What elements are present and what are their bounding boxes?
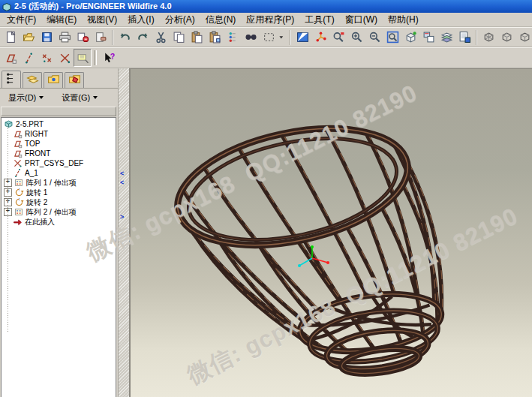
find-icon[interactable] bbox=[242, 29, 260, 47]
select-box-icon[interactable] bbox=[260, 29, 278, 47]
datum-csys-icon[interactable] bbox=[56, 49, 74, 67]
copy-icon[interactable] bbox=[170, 29, 188, 47]
zoom-in-icon[interactable] bbox=[347, 29, 365, 47]
menu-edit[interactable]: 编辑(E) bbox=[41, 13, 82, 27]
tree-column-header bbox=[1, 107, 116, 116]
model-tree-tab[interactable] bbox=[2, 71, 21, 88]
folder-browser-icon bbox=[47, 73, 60, 89]
repaint-icon[interactable] bbox=[293, 29, 311, 47]
refit-zoom-icon[interactable] bbox=[383, 29, 401, 47]
display-dropdown-label: 显示(D) bbox=[8, 92, 36, 104]
model-tree-icon bbox=[5, 72, 18, 88]
datum-axis-icon[interactable] bbox=[20, 49, 38, 67]
menu-view[interactable]: 视图(V) bbox=[82, 13, 122, 27]
menu-file[interactable]: 文件(F) bbox=[2, 13, 41, 27]
paste-icon[interactable] bbox=[188, 29, 206, 47]
layers-icon[interactable] bbox=[437, 29, 455, 47]
undo-icon[interactable] bbox=[116, 29, 134, 47]
wireframe-icon[interactable] bbox=[479, 29, 497, 47]
proe-window: 2-5 (活动的) - Pro/ENGINEER Wildfire 4.0 文件… bbox=[0, 0, 532, 397]
toolbar-separator bbox=[94, 50, 97, 65]
menu-window[interactable]: 窗口(W) bbox=[340, 13, 383, 27]
toolbar-separator bbox=[290, 30, 291, 45]
tree-toolbar: 显示(D) 设置(G) bbox=[0, 89, 118, 105]
sash-collapse-icon[interactable]: < bbox=[120, 179, 124, 185]
folder-browser-tab[interactable] bbox=[44, 72, 63, 88]
zoom-out-icon[interactable] bbox=[365, 29, 383, 47]
menu-help[interactable]: 帮助(H) bbox=[383, 13, 424, 27]
settings-dropdown-label: 设置(G) bbox=[62, 92, 90, 104]
datum-plane-icon[interactable] bbox=[2, 49, 20, 67]
reorient-view-icon[interactable] bbox=[401, 29, 419, 47]
datum-toolbar: ? bbox=[0, 47, 532, 68]
menu-analysis[interactable]: 分析(A) bbox=[160, 13, 200, 27]
menu-bar: 文件(F) 编辑(E) 视图(V) 插入(I) 分析(A) 信息(N) 应用程序… bbox=[0, 13, 532, 27]
context-help-icon[interactable]: ? bbox=[99, 49, 117, 67]
hidden-line-icon[interactable] bbox=[497, 29, 515, 47]
sash-collapse-icon[interactable]: < bbox=[120, 170, 124, 176]
favorites-tab[interactable] bbox=[65, 72, 84, 88]
print-icon[interactable] bbox=[56, 29, 74, 47]
toolbar-separator bbox=[476, 30, 477, 45]
navigator-sash[interactable]: < < > bbox=[118, 68, 130, 397]
svg-text:?: ? bbox=[110, 52, 114, 61]
paste-special-icon[interactable] bbox=[206, 29, 224, 47]
menu-applications[interactable]: 应用程序(P) bbox=[241, 13, 299, 27]
layer-tree-tab[interactable] bbox=[23, 72, 42, 88]
sash-expand-icon[interactable]: > bbox=[120, 214, 124, 220]
top-toolbar bbox=[0, 27, 532, 47]
view-manager-icon[interactable] bbox=[455, 29, 473, 47]
new-icon[interactable] bbox=[2, 29, 20, 47]
saved-views-icon[interactable] bbox=[419, 29, 437, 47]
settings-dropdown[interactable]: 设置(G) bbox=[55, 90, 104, 105]
spin-center-icon[interactable] bbox=[311, 29, 329, 47]
graphics-area[interactable] bbox=[130, 68, 532, 397]
menu-info[interactable]: 信息(N) bbox=[200, 13, 242, 27]
menu-insert[interactable]: 插入(I) bbox=[122, 13, 159, 27]
cut-icon[interactable] bbox=[152, 29, 170, 47]
tree-branch-lines bbox=[8, 124, 8, 332]
save-icon[interactable] bbox=[38, 29, 56, 47]
navigator-panel: 显示(D) 设置(G) 2-5.PRT RIGHT TOP FRONT PRT_… bbox=[0, 68, 118, 397]
title-bar[interactable]: 2-5 (活动的) - Pro/ENGINEER Wildfire 4.0 bbox=[0, 0, 532, 13]
chevron-down-icon bbox=[93, 96, 98, 99]
chevron-down-icon bbox=[39, 96, 44, 99]
save-copy-icon[interactable] bbox=[74, 29, 92, 47]
erase-icon[interactable] bbox=[92, 29, 110, 47]
navigator-tabs bbox=[0, 68, 118, 89]
menu-tools[interactable]: 工具(T) bbox=[299, 13, 339, 27]
toolbar-separator bbox=[112, 30, 113, 45]
model-tree[interactable]: 2-5.PRT RIGHT TOP FRONT PRT_CSYS_DEF A_1… bbox=[1, 117, 116, 397]
app-icon bbox=[2, 2, 11, 11]
datum-point-icon[interactable] bbox=[38, 49, 56, 67]
regenerate-icon[interactable] bbox=[224, 29, 242, 47]
insert-here-icon bbox=[13, 217, 23, 227]
open-icon[interactable] bbox=[20, 29, 38, 47]
redo-icon[interactable] bbox=[134, 29, 152, 47]
no-hidden-icon[interactable] bbox=[515, 29, 532, 47]
tree-item-insert-here[interactable]: 在此插入 bbox=[2, 217, 116, 227]
layer-tree-icon bbox=[26, 73, 39, 89]
orient-icon[interactable] bbox=[329, 29, 347, 47]
annotation-icon[interactable] bbox=[74, 49, 92, 67]
display-dropdown[interactable]: 显示(D) bbox=[2, 90, 50, 105]
favorites-icon bbox=[68, 73, 81, 89]
window-title: 2-5 (活动的) - Pro/ENGINEER Wildfire 4.0 bbox=[14, 1, 172, 12]
select-caret-icon[interactable] bbox=[278, 29, 287, 47]
